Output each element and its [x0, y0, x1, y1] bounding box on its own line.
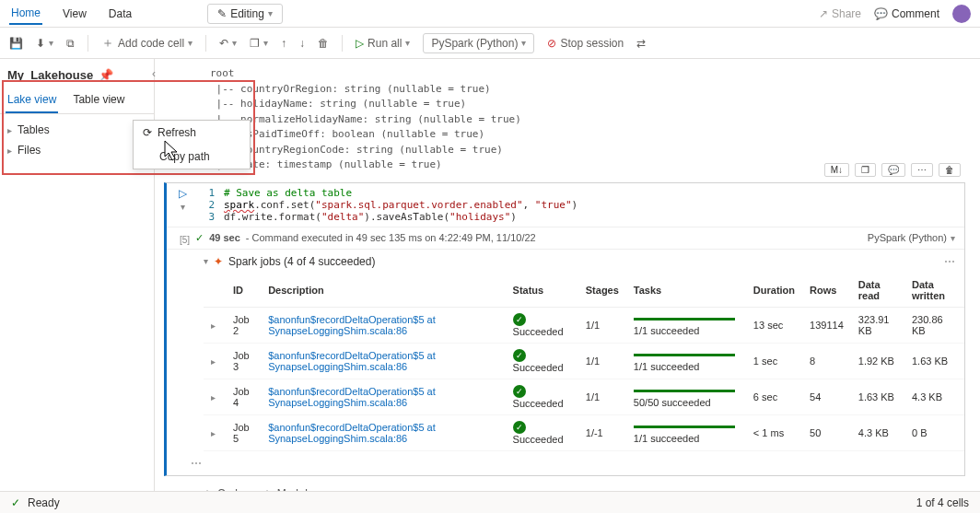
code-token: "holidays" — [449, 211, 510, 223]
job-desc-link[interactable]: $anonfun$recordDeltaOperation$5 at Synap… — [268, 386, 436, 408]
code-editor[interactable]: # Save as delta table spark.conf.set("sp… — [218, 183, 964, 227]
cell-more-button[interactable]: ⋯ — [911, 163, 933, 177]
job-desc-link[interactable]: $anonfun$recordDeltaOperation$5 at Synap… — [268, 314, 436, 336]
markdown-toggle[interactable]: M↓ — [824, 163, 849, 177]
line-numbers: 123 — [198, 183, 218, 227]
job-tasks: 1/1 succeeded — [634, 361, 700, 372]
col-duration[interactable]: Duration — [746, 274, 802, 308]
delete-button[interactable]: 🗑 — [318, 37, 329, 50]
job-tasks: 50/50 succeeded — [634, 397, 711, 408]
share-icon: ↗ — [819, 7, 828, 20]
context-menu: ⟳ Refresh Copy path — [133, 120, 251, 169]
tree-item-files[interactable]: ▸ Files — [6, 140, 148, 160]
tab-table-view[interactable]: Table view — [71, 87, 126, 113]
spark-jobs-table: ID Description Status Stages Tasks Durat… — [204, 274, 964, 451]
job-status: Succeeded — [513, 326, 564, 337]
col-tasks[interactable]: Tasks — [626, 274, 746, 308]
job-duration: 13 sec — [746, 307, 802, 343]
col-id[interactable]: ID — [226, 274, 261, 308]
table-row[interactable]: ▸ Job 5 $anonfun$recordDeltaOperation$5 … — [204, 414, 964, 450]
code-token: ) — [510, 211, 517, 223]
col-desc[interactable]: Description — [261, 274, 505, 308]
job-id: Job 4 — [226, 379, 261, 414]
kernel-selector[interactable]: PySpark (Python) ▾ — [423, 33, 534, 53]
filter-button[interactable]: ⇄ — [636, 37, 646, 50]
comment-label: Comment — [892, 7, 939, 20]
files-label: Files — [18, 144, 41, 157]
tree-item-tables[interactable]: ▸ Tables ⋯ — [6, 120, 148, 140]
move-up-button[interactable]: ↑ — [281, 37, 286, 50]
cube-button[interactable]: ⧉ — [66, 37, 75, 50]
table-row[interactable]: ▸ Job 2 $anonfun$recordDeltaOperation$5 … — [204, 307, 964, 343]
chevron-right-icon[interactable]: ▸ — [211, 392, 216, 402]
job-desc-link[interactable]: $anonfun$recordDeltaOperation$5 at Synap… — [268, 350, 436, 372]
save-button[interactable]: 💾 — [9, 37, 23, 50]
move-down-button[interactable]: ↓ — [299, 37, 305, 50]
add-code-cell-button[interactable]: ＋Add code cell ▾ — [101, 35, 192, 52]
col-status[interactable]: Status — [506, 274, 578, 308]
run-all-button[interactable]: ▷ Run all ▾ — [356, 37, 410, 50]
table-row[interactable]: ▸ Job 4 $anonfun$recordDeltaOperation$5 … — [204, 379, 964, 414]
exec-time: 49 sec — [209, 232, 240, 243]
col-read[interactable]: Data read — [851, 274, 904, 308]
top-menu: Home View Data ✎ Editing ▾ ↗ Share 💬 Com… — [0, 0, 980, 28]
cell-language-selector[interactable]: PySpark (Python) ▾ — [868, 232, 955, 243]
context-copy-path[interactable]: Copy path — [134, 145, 250, 169]
job-desc-link[interactable]: $anonfun$recordDeltaOperation$5 at Synap… — [268, 422, 436, 444]
job-duration: < 1 ms — [746, 414, 802, 450]
copy-button[interactable]: ❐ ▾ — [250, 37, 268, 50]
job-id: Job 2 — [226, 307, 261, 343]
share-button[interactable]: ↗ Share — [819, 7, 861, 20]
tab-home[interactable]: Home — [9, 3, 42, 25]
tab-lake-view[interactable]: Lake view — [6, 87, 58, 113]
tab-view[interactable]: View — [61, 4, 88, 24]
undo-button[interactable]: ↶ ▾ — [219, 37, 237, 50]
spark-more-icon[interactable]: ⋯ — [944, 255, 955, 268]
task-progress-bar — [634, 354, 735, 356]
cell-copy-button[interactable]: ❐ — [855, 163, 876, 177]
pin-icon[interactable]: 📌 — [99, 68, 113, 82]
explorer-tree: ▸ Tables ⋯ ▸ Files ⟳ Refresh Copy path — [0, 114, 154, 166]
lakehouse-title: My_Lakehouse — [7, 68, 93, 82]
task-progress-bar — [634, 426, 735, 428]
schema-output: root |-- countryOrRegion: string (nullab… — [210, 66, 965, 173]
lang-label: PySpark (Python) — [868, 232, 947, 243]
comment-button[interactable]: 💬 Comment — [874, 7, 939, 20]
download-button[interactable]: ⬇ ▾ — [36, 37, 53, 50]
job-read: 323.91 KB — [851, 307, 904, 343]
stop-session-label: Stop session — [560, 37, 624, 50]
chevron-right-icon[interactable]: ▸ — [211, 321, 216, 331]
tab-data[interactable]: Data — [107, 4, 134, 24]
chevron-down-icon: ▾ — [204, 256, 208, 266]
chevron-right-icon[interactable]: ▸ — [211, 356, 216, 367]
kernel-label: PySpark (Python) — [431, 37, 518, 50]
col-written[interactable]: Data written — [904, 274, 964, 308]
job-rows: 139114 — [802, 307, 851, 343]
chevron-right-icon[interactable]: ▸ — [211, 428, 216, 438]
chevron-down-icon: ▾ — [268, 8, 273, 18]
context-refresh[interactable]: ⟳ Refresh — [134, 121, 250, 145]
code-token: .conf.set( — [254, 199, 315, 211]
spark-title: Spark jobs (4 of 4 succeeded) — [228, 255, 375, 268]
cell-delete-button[interactable]: 🗑 — [939, 163, 961, 177]
more-rows-indicator[interactable]: ⋯ — [167, 451, 964, 475]
col-rows[interactable]: Rows — [802, 274, 851, 308]
add-code-cell-label: Add code cell — [118, 37, 184, 50]
table-row[interactable]: ▸ Job 3 $anonfun$recordDeltaOperation$5 … — [204, 343, 964, 379]
code-cell[interactable]: M↓ ❐ 💬 ⋯ 🗑 ▷ ▾ 123 # Save as delta table… — [164, 182, 965, 476]
sidebar: ‹ My_Lakehouse 📌 Lake view Table view ▸ … — [0, 59, 155, 491]
stop-session-button[interactable]: ⊘ Stop session — [547, 37, 624, 50]
cell-run-button[interactable]: ▷ — [179, 187, 187, 200]
lake-tabs: Lake view Table view — [0, 87, 154, 114]
spark-jobs-header[interactable]: ▾ ✦ Spark jobs (4 of 4 succeeded) ⋯ — [167, 249, 964, 274]
chevron-down-icon[interactable]: ▾ — [181, 202, 185, 212]
user-avatar[interactable] — [952, 5, 971, 23]
job-stages: 1/1 — [578, 307, 626, 343]
job-written: 230.86 KB — [904, 307, 964, 343]
col-stages[interactable]: Stages — [578, 274, 626, 308]
refresh-icon: ⟳ — [143, 126, 152, 139]
cell-comment-button[interactable]: 💬 — [881, 163, 905, 177]
editing-label: Editing — [230, 7, 264, 20]
editing-mode-button[interactable]: ✎ Editing ▾ — [207, 4, 283, 24]
job-id: Job 5 — [226, 414, 261, 450]
